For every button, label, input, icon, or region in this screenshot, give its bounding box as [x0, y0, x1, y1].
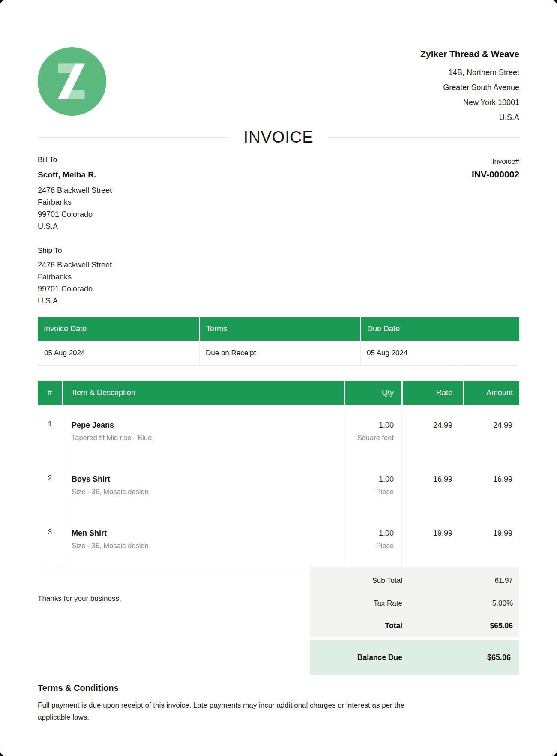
subtotal-label: Sub Total [310, 576, 402, 585]
terms-and-conditions: Terms & Conditions Full payment is due u… [38, 682, 509, 723]
table-row: 1 Pepe Jeans Tapered fit Mid rise - Blue… [38, 405, 519, 459]
bill-to-line: U.S.A [38, 220, 112, 232]
invoice-info-table: Invoice Date Terms Due Date 05 Aug 2024 … [38, 317, 519, 366]
row-index: 3 [38, 513, 62, 567]
bill-to-line: 99701 Colorado [38, 208, 112, 220]
ship-to-line: U.S.A [38, 295, 112, 307]
balance-due-value: $65.06 [402, 653, 519, 662]
invoice-title-row: INVOICE [38, 128, 519, 147]
row-index: 2 [38, 459, 62, 513]
invoice-document: Zylker Thread & Weave 14B, Northern Stre… [0, 0, 557, 756]
company-address-line: U.S.A [420, 110, 519, 125]
item-unit: Piece [344, 487, 394, 496]
item-amount: 24.99 [463, 405, 519, 459]
info-header-terms: Terms [199, 317, 360, 341]
total-value: $65.06 [402, 621, 519, 630]
company-address-line: New York 10001 [420, 95, 519, 110]
items-header-qty: Qty [344, 381, 401, 405]
item-unit: Square feet [344, 433, 394, 442]
table-row: 3 Men Shirt Size - 36, Mosaic design 1.0… [38, 513, 519, 567]
items-header-row: # Item & Description Qty Rate Amount [38, 381, 519, 405]
balance-due-row: Balance Due $65.06 [310, 640, 519, 675]
title-divider-left [38, 137, 228, 138]
company-address-line: 14B, Northern Street [420, 65, 519, 80]
document-title: INVOICE [243, 128, 313, 147]
items-header-amount: Amount [463, 381, 519, 405]
item-name: Pepe Jeans [72, 420, 344, 430]
company-logo [38, 47, 106, 116]
item-amount: 19.99 [463, 513, 519, 567]
subtotal-value: 61.97 [402, 576, 519, 585]
zylker-logo-icon [38, 47, 106, 116]
invoice-number-label: Invoice# [472, 157, 519, 166]
thanks-note: Thanks for your business. [38, 594, 121, 603]
item-amount: 16.99 [463, 459, 519, 513]
item-unit: Piece [344, 541, 394, 550]
item-rate: 19.99 [401, 513, 463, 567]
line-items-table: # Item & Description Qty Rate Amount 1 P… [38, 381, 519, 567]
bill-to-name: Scott, Melba R. [38, 170, 112, 180]
item-rate: 24.99 [401, 405, 463, 459]
info-header-due-date: Due Date [360, 317, 519, 341]
item-name: Boys Shirt [72, 474, 344, 484]
terms-text-line: applicable laws. [38, 711, 509, 723]
totals-summary: Sub Total 61.97 Tax Rate 5.00% Total $65… [310, 567, 519, 675]
item-qty: 1.00 [344, 420, 394, 430]
due-date-value: 05 Aug 2024 [360, 341, 520, 365]
bill-to-line: Fairbanks [38, 196, 112, 208]
items-body: 1 Pepe Jeans Tapered fit Mid rise - Blue… [38, 405, 519, 567]
info-table-value-row: 05 Aug 2024 Due on Receipt 05 Aug 2024 [38, 341, 519, 366]
bill-to-label: Bill To [38, 155, 112, 165]
bill-to-block: Bill To Scott, Melba R. 2476 Blackwell S… [38, 155, 112, 232]
company-address-block: Zylker Thread & Weave 14B, Northern Stre… [420, 48, 519, 125]
item-description: Size - 36, Mosaic design [72, 541, 344, 550]
tax-rate-row: Tax Rate 5.00% [310, 592, 519, 615]
company-name: Zylker Thread & Weave [420, 48, 519, 60]
terms-text-line: Full payment is due upon receipt of this… [38, 699, 509, 711]
subtotal-row: Sub Total 61.97 [310, 569, 519, 592]
ship-to-label: Ship To [38, 246, 112, 255]
tax-rate-label: Tax Rate [310, 599, 402, 608]
total-row: Total $65.06 [310, 615, 519, 637]
row-index: 1 [38, 405, 62, 459]
invoice-number-block: Invoice# INV-000002 [472, 157, 519, 180]
item-description: Tapered fit Mid rise - Blue [72, 433, 344, 442]
ship-to-block: Ship To 2476 Blackwell Street Fairbanks … [38, 246, 112, 307]
total-label: Total [310, 621, 402, 630]
tax-rate-value: 5.00% [402, 599, 519, 608]
items-header-index: # [38, 381, 62, 405]
items-header-item: Item & Description [62, 381, 344, 405]
info-header-invoice-date: Invoice Date [38, 317, 199, 341]
item-rate: 16.99 [401, 459, 463, 513]
ship-to-line: 2476 Blackwell Street [38, 259, 112, 271]
item-qty: 1.00 [344, 528, 394, 538]
title-divider-right [329, 137, 519, 138]
bill-to-line: 2476 Blackwell Street [38, 184, 112, 196]
terms-heading: Terms & Conditions [38, 682, 509, 693]
balance-due-label: Balance Due [310, 653, 402, 662]
item-name: Men Shirt [72, 528, 344, 538]
table-row: 2 Boys Shirt Size - 36, Mosaic design 1.… [38, 459, 519, 513]
info-table-header-row: Invoice Date Terms Due Date [38, 317, 519, 341]
invoice-number-value: INV-000002 [472, 169, 519, 180]
ship-to-line: Fairbanks [38, 271, 112, 283]
company-address-line: Greater South Avenue [420, 80, 519, 95]
terms-value: Due on Receipt [199, 341, 360, 365]
item-description: Size - 36, Mosaic design [72, 487, 344, 496]
totals-rows: Sub Total 61.97 Tax Rate 5.00% Total $65… [310, 567, 519, 637]
items-header-rate: Rate [401, 381, 463, 405]
invoice-date-value: 05 Aug 2024 [38, 341, 199, 365]
ship-to-line: 99701 Colorado [38, 283, 112, 295]
item-qty: 1.00 [344, 474, 394, 484]
